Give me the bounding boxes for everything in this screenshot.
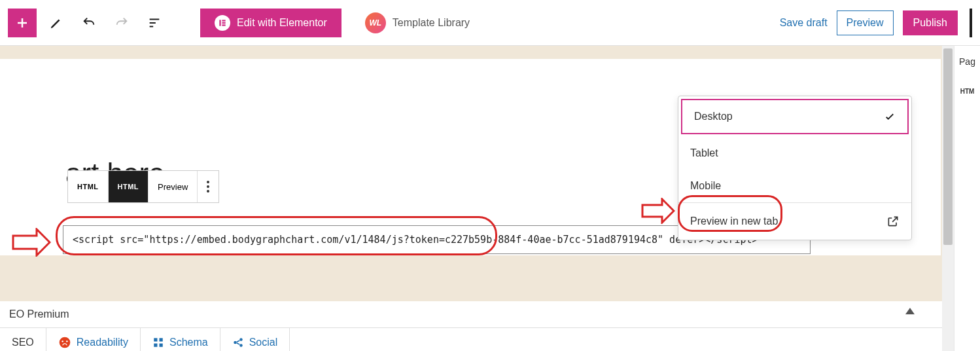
scrollbar[interactable]: [942, 46, 954, 351]
svg-point-14: [234, 341, 237, 344]
sidebar-tab-page[interactable]: Pag: [954, 46, 980, 77]
template-library-label: Template Library: [393, 17, 470, 29]
svg-point-9: [66, 341, 68, 342]
editor-canvas: art here HTML HTML Preview <script src="…: [0, 46, 954, 351]
right-sidebar: Pag HTM: [954, 46, 980, 351]
seo-tabs: SEO Readability Schema Social: [0, 327, 954, 351]
pencil-icon: [49, 16, 63, 30]
share-icon: [232, 337, 244, 348]
undo-icon: [82, 16, 96, 30]
publish-button[interactable]: Publish: [903, 10, 958, 35]
seo-tab-label: Social: [249, 337, 278, 348]
preview-option-label: Desktop: [694, 111, 733, 122]
template-library-logo-icon: WL: [365, 12, 386, 33]
external-link-icon: [886, 215, 900, 228]
check-icon: [884, 111, 896, 122]
preview-newtab-label: Preview in new tab: [690, 215, 778, 227]
plus-icon: [14, 15, 30, 31]
seo-tab-seo[interactable]: SEO: [0, 328, 46, 351]
seo-panel-title: EO Premium: [9, 308, 69, 320]
sad-face-icon: [58, 336, 71, 349]
template-library-button[interactable]: WL Template Library: [365, 12, 470, 33]
svg-point-4: [207, 181, 209, 183]
scrollbar-thumb[interactable]: [943, 48, 953, 245]
save-draft-button[interactable]: Save draft: [780, 17, 828, 29]
svg-point-15: [239, 338, 243, 341]
seo-tab-readability[interactable]: Readability: [46, 328, 141, 351]
add-block-button[interactable]: [8, 9, 37, 37]
redo-button[interactable]: [109, 10, 135, 36]
undo-button[interactable]: [76, 10, 102, 36]
seo-panel: EO Premium SEO Readability Schema Social…: [0, 301, 954, 351]
sidebar-tab-block-html[interactable]: HTM: [954, 77, 980, 105]
block-type-indicator[interactable]: HTML: [68, 171, 109, 202]
svg-point-8: [61, 341, 63, 342]
edit-with-elementor-button[interactable]: Edit with Elementor: [200, 9, 341, 37]
preview-option-desktop[interactable]: Desktop: [681, 99, 909, 134]
svg-rect-10: [154, 338, 157, 341]
block-toolbar: HTML HTML Preview: [67, 170, 219, 203]
preview-mode-tab[interactable]: Preview: [149, 171, 198, 202]
redo-icon: [114, 16, 129, 30]
preview-dropdown: Desktop Tablet Mobile Preview in new tab: [678, 96, 912, 240]
editor-toolbar: Edit with Elementor WL Template Library …: [0, 0, 980, 46]
settings-sidebar-toggle[interactable]: [970, 9, 972, 37]
svg-rect-13: [159, 344, 162, 347]
html-mode-tab[interactable]: HTML: [109, 171, 149, 202]
details-icon: [147, 16, 162, 30]
elementor-logo-icon: [215, 15, 230, 31]
seo-panel-header[interactable]: EO Premium: [0, 301, 954, 327]
collapse-triangle-icon[interactable]: [905, 308, 915, 314]
svg-point-16: [239, 344, 243, 347]
svg-rect-0: [219, 20, 220, 26]
more-vertical-icon: [207, 181, 209, 193]
svg-rect-1: [222, 20, 225, 21]
svg-rect-3: [222, 24, 225, 26]
svg-rect-11: [159, 338, 162, 341]
svg-rect-2: [222, 22, 225, 23]
elementor-label: Edit with Elementor: [237, 17, 327, 29]
toolbar-right: Save draft Preview Publish: [780, 9, 972, 37]
seo-tab-label: Readability: [77, 337, 128, 348]
preview-button[interactable]: Preview: [837, 10, 894, 35]
svg-point-7: [59, 337, 70, 348]
annotation-arrow-icon: [641, 198, 675, 224]
seo-tab-social[interactable]: Social: [220, 328, 290, 351]
svg-point-5: [207, 185, 209, 188]
preview-in-new-tab[interactable]: Preview in new tab: [678, 203, 911, 240]
edit-button[interactable]: [43, 10, 69, 36]
grid-icon: [152, 337, 164, 348]
block-more-options[interactable]: [198, 171, 219, 202]
seo-tab-schema[interactable]: Schema: [141, 328, 220, 351]
seo-tab-label: Schema: [169, 337, 208, 348]
svg-point-6: [207, 190, 209, 193]
svg-rect-12: [154, 344, 157, 347]
preview-option-tablet[interactable]: Tablet: [678, 137, 911, 170]
annotation-arrow-icon: [12, 228, 51, 257]
toolbar-left: Edit with Elementor WL Template Library: [8, 9, 470, 37]
details-button[interactable]: [141, 10, 167, 36]
preview-option-mobile[interactable]: Mobile: [678, 170, 911, 202]
